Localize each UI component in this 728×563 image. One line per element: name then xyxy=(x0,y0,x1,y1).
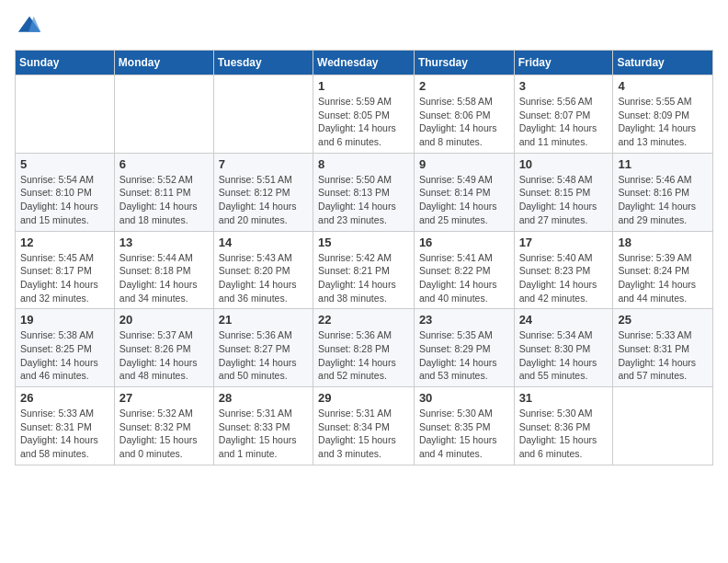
week-row-1: 1Sunrise: 5:59 AM Sunset: 8:05 PM Daylig… xyxy=(16,75,713,154)
day-cell: 27Sunrise: 5:32 AM Sunset: 8:32 PM Dayli… xyxy=(114,387,213,465)
logo xyxy=(15,15,44,40)
weekday-header-thursday: Thursday xyxy=(414,51,514,75)
day-number: 18 xyxy=(618,236,708,249)
day-cell: 13Sunrise: 5:44 AM Sunset: 8:18 PM Dayli… xyxy=(114,231,213,309)
day-number: 29 xyxy=(318,391,409,405)
week-row-2: 5Sunrise: 5:54 AM Sunset: 8:10 PM Daylig… xyxy=(16,153,713,231)
day-number: 8 xyxy=(318,157,409,171)
day-cell: 26Sunrise: 5:33 AM Sunset: 8:31 PM Dayli… xyxy=(16,387,115,465)
day-cell: 17Sunrise: 5:40 AM Sunset: 8:23 PM Dayli… xyxy=(514,231,613,309)
day-number: 22 xyxy=(318,313,409,327)
weekday-header-row: SundayMondayTuesdayWednesdayThursdayFrid… xyxy=(16,51,713,75)
day-number: 11 xyxy=(618,157,708,171)
day-cell: 3Sunrise: 5:56 AM Sunset: 8:07 PM Daylig… xyxy=(514,75,613,154)
day-number: 6 xyxy=(119,157,209,171)
day-info: Sunrise: 5:46 AM Sunset: 8:16 PM Dayligh… xyxy=(618,173,708,227)
day-cell: 2Sunrise: 5:58 AM Sunset: 8:06 PM Daylig… xyxy=(414,75,514,154)
day-cell: 14Sunrise: 5:43 AM Sunset: 8:20 PM Dayli… xyxy=(213,231,313,309)
day-info: Sunrise: 5:40 AM Sunset: 8:23 PM Dayligh… xyxy=(519,251,609,305)
day-info: Sunrise: 5:38 AM Sunset: 8:25 PM Dayligh… xyxy=(20,328,109,383)
day-cell xyxy=(213,75,313,154)
day-info: Sunrise: 5:30 AM Sunset: 8:35 PM Dayligh… xyxy=(419,407,509,461)
day-info: Sunrise: 5:45 AM Sunset: 8:17 PM Dayligh… xyxy=(20,251,109,305)
day-cell: 12Sunrise: 5:45 AM Sunset: 8:17 PM Dayli… xyxy=(16,231,115,309)
day-number: 7 xyxy=(219,157,308,171)
weekday-header-wednesday: Wednesday xyxy=(313,51,415,75)
day-info: Sunrise: 5:34 AM Sunset: 8:30 PM Dayligh… xyxy=(519,328,609,383)
day-number: 9 xyxy=(419,157,509,171)
weekday-header-friday: Friday xyxy=(514,51,613,75)
day-cell: 19Sunrise: 5:38 AM Sunset: 8:25 PM Dayli… xyxy=(16,309,115,387)
day-number: 10 xyxy=(519,157,609,171)
day-cell: 15Sunrise: 5:42 AM Sunset: 8:21 PM Dayli… xyxy=(313,231,415,309)
day-number: 13 xyxy=(119,236,209,249)
day-cell: 20Sunrise: 5:37 AM Sunset: 8:26 PM Dayli… xyxy=(114,309,213,387)
day-info: Sunrise: 5:37 AM Sunset: 8:26 PM Dayligh… xyxy=(119,328,209,383)
day-cell: 10Sunrise: 5:48 AM Sunset: 8:15 PM Dayli… xyxy=(514,153,613,231)
day-cell: 29Sunrise: 5:31 AM Sunset: 8:34 PM Dayli… xyxy=(313,387,415,465)
day-cell xyxy=(16,75,115,154)
day-info: Sunrise: 5:31 AM Sunset: 8:33 PM Dayligh… xyxy=(219,407,308,461)
day-info: Sunrise: 5:55 AM Sunset: 8:09 PM Dayligh… xyxy=(618,95,708,149)
day-number: 30 xyxy=(419,391,509,405)
weekday-header-monday: Monday xyxy=(114,51,213,75)
day-number: 5 xyxy=(20,157,109,171)
day-number: 25 xyxy=(618,313,708,327)
day-number: 31 xyxy=(519,391,609,405)
day-info: Sunrise: 5:48 AM Sunset: 8:15 PM Dayligh… xyxy=(519,173,609,227)
day-cell: 22Sunrise: 5:36 AM Sunset: 8:28 PM Dayli… xyxy=(313,309,415,387)
day-cell xyxy=(613,387,713,465)
day-number: 17 xyxy=(519,236,609,249)
day-number: 26 xyxy=(20,391,109,405)
day-number: 23 xyxy=(419,313,509,327)
calendar-table: SundayMondayTuesdayWednesdayThursdayFrid… xyxy=(15,50,713,465)
day-cell: 28Sunrise: 5:31 AM Sunset: 8:33 PM Dayli… xyxy=(213,387,313,465)
day-number: 14 xyxy=(219,236,308,249)
day-number: 2 xyxy=(419,79,509,93)
day-info: Sunrise: 5:36 AM Sunset: 8:27 PM Dayligh… xyxy=(219,328,308,383)
day-info: Sunrise: 5:44 AM Sunset: 8:18 PM Dayligh… xyxy=(119,251,209,305)
day-cell: 4Sunrise: 5:55 AM Sunset: 8:09 PM Daylig… xyxy=(613,75,713,154)
day-number: 27 xyxy=(119,391,209,405)
day-info: Sunrise: 5:33 AM Sunset: 8:31 PM Dayligh… xyxy=(618,328,708,383)
day-cell: 30Sunrise: 5:30 AM Sunset: 8:35 PM Dayli… xyxy=(414,387,514,465)
day-info: Sunrise: 5:42 AM Sunset: 8:21 PM Dayligh… xyxy=(318,251,409,305)
week-row-3: 12Sunrise: 5:45 AM Sunset: 8:17 PM Dayli… xyxy=(16,231,713,309)
day-info: Sunrise: 5:49 AM Sunset: 8:14 PM Dayligh… xyxy=(419,173,509,227)
week-row-5: 26Sunrise: 5:33 AM Sunset: 8:31 PM Dayli… xyxy=(16,387,713,465)
day-info: Sunrise: 5:50 AM Sunset: 8:13 PM Dayligh… xyxy=(318,173,409,227)
day-number: 12 xyxy=(20,236,109,249)
header xyxy=(15,15,713,40)
day-number: 15 xyxy=(318,236,409,249)
day-cell: 31Sunrise: 5:30 AM Sunset: 8:36 PM Dayli… xyxy=(514,387,613,465)
day-number: 24 xyxy=(519,313,609,327)
day-cell: 24Sunrise: 5:34 AM Sunset: 8:30 PM Dayli… xyxy=(514,309,613,387)
day-info: Sunrise: 5:31 AM Sunset: 8:34 PM Dayligh… xyxy=(318,407,409,461)
day-cell: 6Sunrise: 5:52 AM Sunset: 8:11 PM Daylig… xyxy=(114,153,213,231)
day-info: Sunrise: 5:58 AM Sunset: 8:06 PM Dayligh… xyxy=(419,95,509,149)
weekday-header-saturday: Saturday xyxy=(613,51,713,75)
day-cell: 18Sunrise: 5:39 AM Sunset: 8:24 PM Dayli… xyxy=(613,231,713,309)
day-cell: 21Sunrise: 5:36 AM Sunset: 8:27 PM Dayli… xyxy=(213,309,313,387)
day-info: Sunrise: 5:43 AM Sunset: 8:20 PM Dayligh… xyxy=(219,251,308,305)
week-row-4: 19Sunrise: 5:38 AM Sunset: 8:25 PM Dayli… xyxy=(16,309,713,387)
day-cell xyxy=(114,75,213,154)
day-info: Sunrise: 5:33 AM Sunset: 8:31 PM Dayligh… xyxy=(20,407,109,461)
day-info: Sunrise: 5:39 AM Sunset: 8:24 PM Dayligh… xyxy=(618,251,708,305)
day-number: 19 xyxy=(20,313,109,327)
day-cell: 8Sunrise: 5:50 AM Sunset: 8:13 PM Daylig… xyxy=(313,153,415,231)
day-info: Sunrise: 5:54 AM Sunset: 8:10 PM Dayligh… xyxy=(20,173,109,227)
weekday-header-sunday: Sunday xyxy=(16,51,115,75)
weekday-header-tuesday: Tuesday xyxy=(213,51,313,75)
day-info: Sunrise: 5:59 AM Sunset: 8:05 PM Dayligh… xyxy=(318,95,409,149)
day-number: 20 xyxy=(119,313,209,327)
day-info: Sunrise: 5:56 AM Sunset: 8:07 PM Dayligh… xyxy=(519,95,609,149)
day-info: Sunrise: 5:35 AM Sunset: 8:29 PM Dayligh… xyxy=(419,328,509,383)
day-cell: 25Sunrise: 5:33 AM Sunset: 8:31 PM Dayli… xyxy=(613,309,713,387)
day-number: 4 xyxy=(618,79,708,93)
day-info: Sunrise: 5:51 AM Sunset: 8:12 PM Dayligh… xyxy=(219,173,308,227)
day-info: Sunrise: 5:30 AM Sunset: 8:36 PM Dayligh… xyxy=(519,407,609,461)
day-cell: 23Sunrise: 5:35 AM Sunset: 8:29 PM Dayli… xyxy=(414,309,514,387)
day-cell: 7Sunrise: 5:51 AM Sunset: 8:12 PM Daylig… xyxy=(213,153,313,231)
day-cell: 5Sunrise: 5:54 AM Sunset: 8:10 PM Daylig… xyxy=(16,153,115,231)
